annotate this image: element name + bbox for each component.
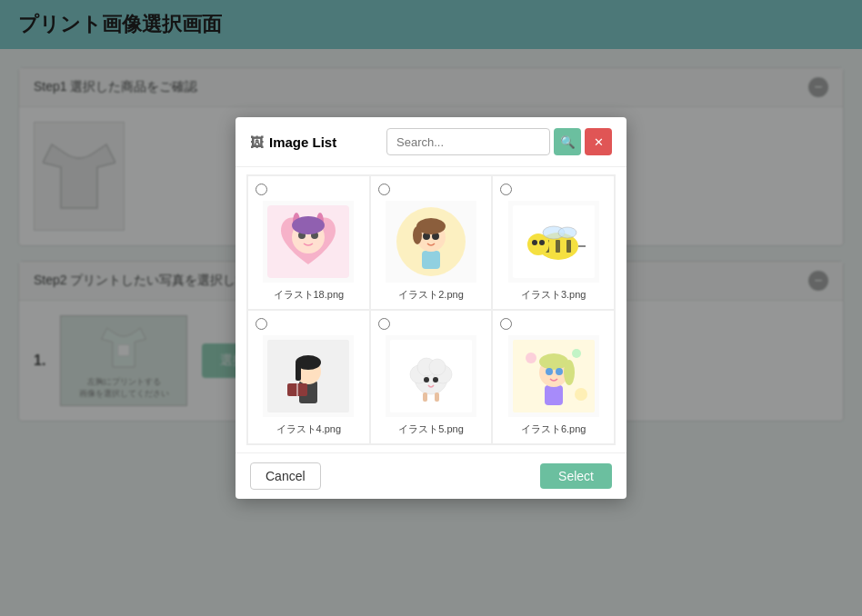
image-radio-2[interactable] (378, 184, 390, 195)
modal-footer: Cancel Select (236, 452, 626, 499)
modal-overlay: 🖼 Image List 🔍 ✕ (0, 0, 862, 616)
search-input[interactable] (386, 128, 550, 155)
image-svg-6 (513, 340, 595, 412)
svg-point-48 (539, 353, 568, 370)
image-item-2[interactable]: イラスト2.png (370, 175, 493, 310)
svg-rect-46 (545, 385, 563, 405)
modal-title-area: 🖼 Image List (250, 134, 336, 150)
svg-point-21 (532, 240, 537, 245)
image-item-4[interactable]: イラスト4.png (247, 310, 370, 444)
image-radio-3[interactable] (500, 184, 512, 195)
svg-point-39 (433, 377, 438, 383)
image-list-modal: 🖼 Image List 🔍 ✕ (236, 117, 626, 499)
svg-rect-9 (422, 251, 440, 269)
image-svg-4 (267, 340, 349, 412)
image-svg-5 (390, 340, 472, 412)
svg-point-14 (413, 226, 422, 244)
svg-rect-29 (296, 363, 301, 381)
image-item-1[interactable]: イラスト18.png (247, 175, 370, 310)
image-label-2: イラスト2.png (398, 288, 464, 302)
search-button[interactable]: 🔍 (554, 128, 581, 155)
image-grid: イラスト18.png (246, 174, 616, 445)
image-item-6[interactable]: イラスト6.png (492, 310, 615, 444)
image-radio-4[interactable] (256, 318, 267, 330)
modal-title-text: Image List (269, 134, 336, 150)
cancel-button[interactable]: Cancel (250, 462, 321, 490)
svg-rect-41 (435, 392, 439, 402)
image-thumb-6 (508, 335, 599, 417)
select-button[interactable]: Select (540, 463, 612, 489)
image-item-3[interactable]: イラスト3.png (492, 175, 615, 310)
image-radio-1[interactable] (256, 184, 267, 195)
image-svg-1 (267, 205, 349, 278)
svg-point-22 (539, 240, 545, 245)
svg-point-7 (292, 216, 325, 234)
image-svg-3 (513, 205, 595, 278)
image-label-4: イラスト4.png (276, 422, 342, 436)
image-list-icon: 🖼 (250, 134, 264, 150)
image-svg-2 (390, 205, 472, 278)
svg-point-24 (558, 227, 576, 238)
svg-point-38 (424, 377, 429, 383)
image-label-1: イラスト18.png (274, 288, 345, 302)
modal-header: 🖼 Image List 🔍 ✕ (236, 117, 626, 167)
clear-search-button[interactable]: ✕ (585, 128, 612, 155)
svg-rect-19 (566, 240, 571, 253)
image-radio-5[interactable] (378, 318, 390, 330)
svg-point-37 (429, 359, 446, 375)
image-radio-6[interactable] (500, 318, 512, 330)
image-thumb-4 (263, 335, 354, 417)
svg-rect-40 (423, 392, 427, 402)
svg-point-49 (564, 360, 575, 385)
image-label-5: イラスト5.png (398, 422, 464, 436)
image-thumb-1 (263, 201, 354, 283)
image-thumb-2 (386, 201, 476, 283)
svg-point-45 (575, 388, 587, 401)
modal-search-area: 🔍 ✕ (386, 128, 612, 155)
svg-point-44 (572, 349, 581, 358)
image-thumb-3 (508, 201, 599, 283)
image-label-6: イラスト6.png (521, 422, 586, 436)
times-icon: ✕ (594, 135, 604, 149)
svg-rect-18 (556, 240, 560, 253)
svg-point-50 (546, 368, 553, 375)
svg-point-43 (526, 353, 536, 363)
svg-point-51 (556, 368, 563, 375)
image-item-5[interactable]: イラスト5.png (370, 310, 493, 444)
image-label-3: イラスト3.png (521, 288, 586, 302)
image-thumb-5 (386, 335, 476, 417)
search-icon: 🔍 (560, 135, 576, 149)
